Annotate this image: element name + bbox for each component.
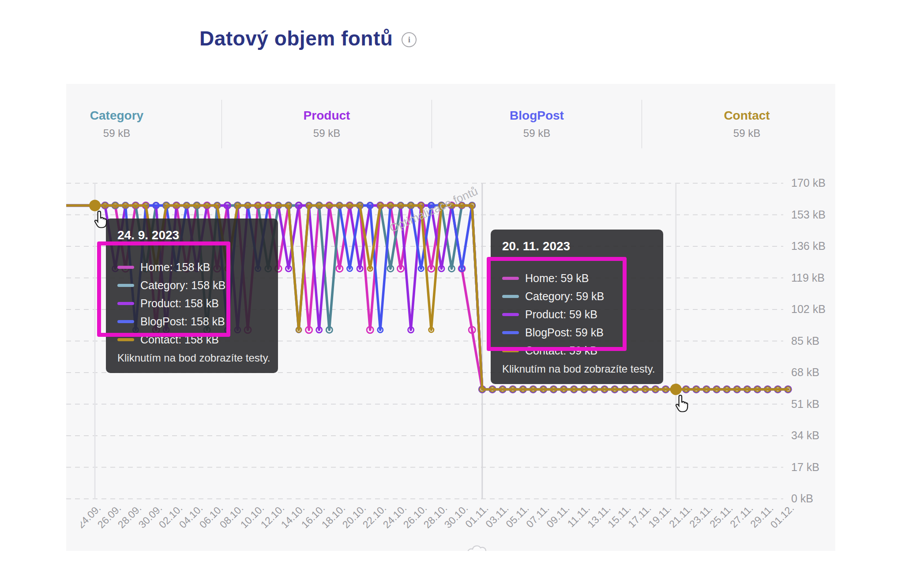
series-swatch-icon <box>117 338 134 341</box>
tooltip-date: 24. 9. 2023 <box>117 228 267 242</box>
y-tick-label: 85 kB <box>791 335 819 347</box>
cloud-icon <box>466 539 488 551</box>
y-tick-label: 119 kB <box>791 271 825 284</box>
title-row: Datový objem fontů i <box>199 26 417 50</box>
tooltip-footer: Kliknutím na bod zobrazíte testy. <box>502 363 655 375</box>
hand-cursor-icon <box>673 395 691 413</box>
info-icon[interactable]: i <box>402 32 417 47</box>
y-tick-label: 17 kB <box>791 461 819 474</box>
y-tick-label: 68 kB <box>791 366 819 379</box>
y-tick-label: 0 kB <box>791 492 813 505</box>
highlight-box-right <box>487 257 627 351</box>
y-tick-label: 153 kB <box>791 208 826 221</box>
y-tick-label: 51 kB <box>791 398 819 411</box>
selected-point[interactable] <box>670 384 682 395</box>
tooltip-date: 20. 11. 2023 <box>502 239 652 253</box>
y-tick-label: 170 kB <box>791 177 826 189</box>
highlight-box-left <box>97 241 230 337</box>
page-title: Datový objem fontů <box>199 26 393 50</box>
page: Datový objem fontů i Category59 kBProduc… <box>0 0 924 573</box>
y-tick-label: 136 kB <box>791 240 826 253</box>
hand-cursor-icon <box>92 211 110 229</box>
selected-point[interactable] <box>89 200 101 211</box>
y-tick-label: 102 kB <box>791 303 826 316</box>
tooltip-footer: Kliknutím na bod zobrazíte testy. <box>117 352 270 364</box>
y-tick-label: 34 kB <box>791 429 819 442</box>
chart-panel: Category59 kBProduct59 kBBlogPost59 kBCo… <box>66 84 835 551</box>
